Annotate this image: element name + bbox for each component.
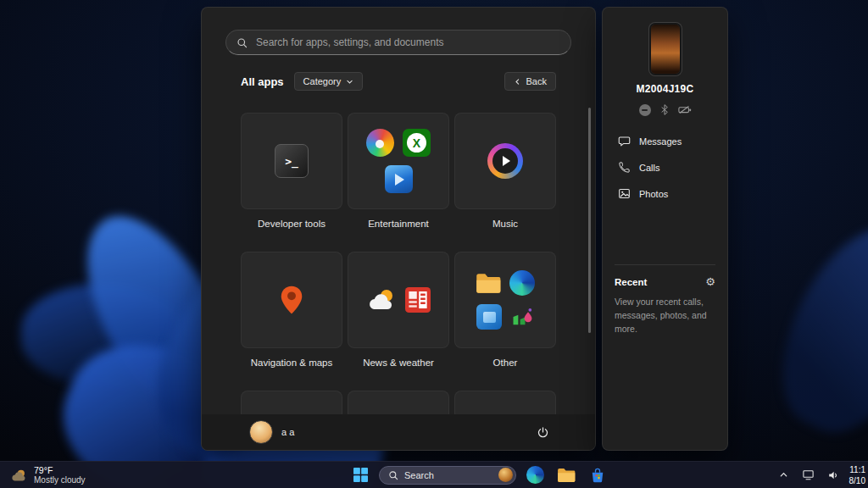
category-card[interactable] [454,252,556,348]
start-menu: All apps Category Back [201,7,596,451]
messages-icon [618,135,631,147]
search-icon [388,470,398,480]
phone-item-label: Messages [639,136,682,147]
terminal-icon [275,144,309,178]
volume-icon[interactable] [825,464,842,485]
category-card[interactable] [241,252,342,348]
file-explorer-taskbar-icon[interactable] [554,464,579,485]
chevron-down-icon [346,78,353,86]
recent-title: Recent [615,277,647,287]
category-tile-music[interactable]: Music [454,113,556,252]
desktop: All apps Category Back [0,0,868,488]
clock[interactable]: 11:1 8/10 [849,464,865,486]
back-button[interactable]: Back [504,72,556,91]
recent-header: Recent [615,275,715,288]
category-label: News & weather [348,358,449,368]
taskbar-right: 11:1 8/10 [776,462,868,488]
start-search-input[interactable] [254,36,560,49]
all-apps-label: All apps [241,75,284,88]
category-card[interactable] [348,252,449,348]
category-label: Developer tools [241,219,342,229]
search-icon [236,37,248,48]
device-name: M2004J19C [615,83,715,95]
folder-icon [476,273,501,294]
phone-calls-item[interactable]: Calls [615,154,715,180]
category-label: Other [454,358,556,368]
clock-date: 8/10 [849,475,865,486]
user-name[interactable]: a a [281,427,294,437]
start-search-bar[interactable] [225,30,571,55]
chevron-left-icon [514,78,521,86]
phone-link-panel: M2004J19C Messages Calls [602,7,728,451]
weather-text: 79°F Mostly cloudy [34,465,86,485]
phone-item-label: Photos [639,189,668,199]
divider [615,264,715,265]
taskbar-search-label: Search [404,470,434,480]
weather-temp: 79°F [34,465,86,475]
start-menu-footer: a a [202,414,595,450]
category-tile-news-weather[interactable]: News & weather [348,252,449,391]
category-label: Entertainment [348,219,449,229]
news-icon [405,287,431,313]
media-player-icon [487,143,523,179]
calls-icon [618,161,631,174]
category-tile-navigation-maps[interactable]: Navigation & maps [241,252,342,391]
battery-off-icon [678,105,692,114]
category-card[interactable] [241,113,342,209]
category-label: Music [454,219,556,229]
phone-status-row [615,103,715,116]
taskbar-search-box[interactable]: Search [379,466,516,485]
phone-preview-image[interactable] [651,25,680,74]
movies-tv-icon [385,165,413,193]
bluetooth-icon [660,103,669,116]
phone-menu-list: Messages Calls Photos [615,128,715,207]
edge-taskbar-icon[interactable] [522,464,548,485]
power-button[interactable] [529,419,556,445]
edge-icon [509,270,535,296]
clock-time: 11:1 [849,464,865,475]
phone-photos-item[interactable]: Photos [615,180,715,207]
photos-icon [618,187,631,200]
back-button-label: Back [526,76,547,86]
weather-widget[interactable]: 79°F Mostly cloudy [5,462,91,488]
weather-condition: Mostly cloudy [34,475,86,485]
category-dropdown-label: Category [303,76,342,86]
category-label: Navigation & maps [241,358,342,368]
phone-messages-item[interactable]: Messages [615,128,715,154]
gear-icon[interactable] [705,275,715,288]
wallpaper-petal [755,208,868,453]
recent-description: View your recent calls, messages, photos… [615,296,715,336]
category-card[interactable] [454,113,556,209]
store-taskbar-icon[interactable] [585,464,610,485]
category-grid: Developer tools Entertainment [241,113,556,443]
category-dropdown[interactable]: Category [294,72,364,91]
category-card[interactable] [348,113,449,209]
taskbar-center: Search [348,462,610,488]
start-menu-header: All apps Category Back [241,72,556,91]
taskbar: 79°F Mostly cloudy Search [0,461,868,488]
weather-icon [366,288,397,312]
category-tile-entertainment[interactable]: Entertainment [348,113,449,252]
search-highlight-image[interactable] [498,468,513,482]
user-avatar[interactable] [249,420,273,444]
misc-colorful-icon [510,305,534,329]
category-tile-developer-tools[interactable]: Developer tools [241,113,342,252]
category-tile-other[interactable]: Other [454,252,556,391]
network-icon[interactable] [800,464,817,485]
phone-item-label: Calls [639,163,659,173]
weather-condition-icon [10,468,28,482]
tray-chevron-up-icon[interactable] [776,464,793,485]
start-button[interactable] [348,464,373,485]
maps-pin-icon [280,285,303,315]
store-icon [476,304,502,330]
start-menu-scrollbar[interactable] [588,108,591,333]
paint-icon [366,129,394,157]
xbox-icon [403,129,431,157]
status-dnd-icon [639,104,651,116]
